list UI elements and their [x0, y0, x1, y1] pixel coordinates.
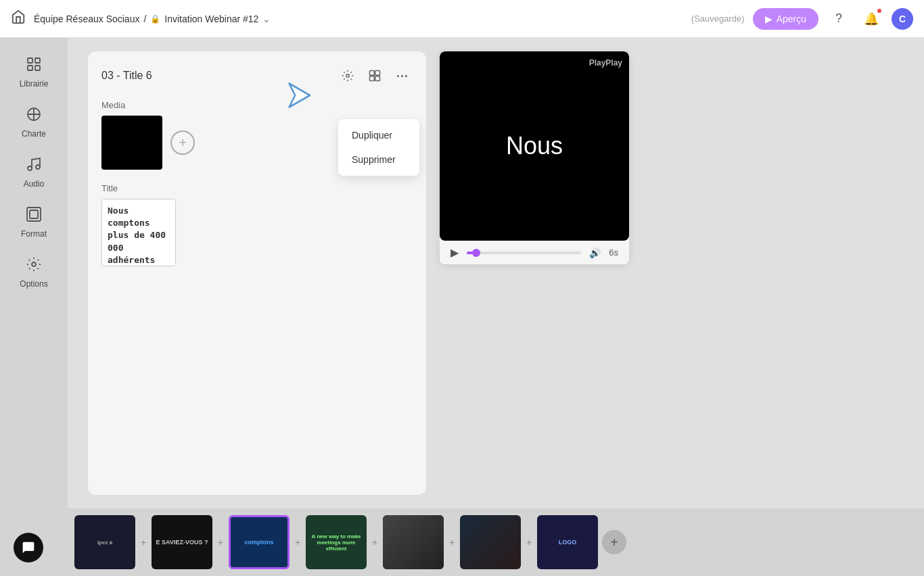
thumbnail-item-3: comptons	[229, 515, 290, 569]
scene-layout-button[interactable]	[364, 65, 386, 87]
sidebar-label-charte: Charte	[22, 129, 46, 139]
format-icon	[26, 206, 42, 226]
sidebar-label-librairie: Librairie	[20, 79, 49, 89]
svg-rect-0	[28, 58, 32, 63]
thumbnail-2[interactable]: E SAVIEZ-VOUS ?	[152, 515, 212, 569]
sidebar-item-charte[interactable]: Charte	[7, 99, 61, 146]
thumbnail-5-content	[383, 515, 444, 569]
options-icon	[26, 256, 42, 277]
audio-icon	[26, 156, 42, 176]
thumbnail-3-content: comptons	[231, 517, 287, 567]
scene-panel: 03 - Title 6	[88, 51, 426, 495]
scene-more-button[interactable]: ⋯	[391, 65, 413, 87]
thumbnail-6-content	[460, 515, 521, 569]
dropdown-duplicate[interactable]: Dupliquer	[338, 123, 419, 147]
chat-bubble-button[interactable]	[14, 533, 43, 562]
topbar-right: (Sauvegarde) ▶ Aperçu ? 🔔 C	[691, 7, 913, 31]
scene-settings-button[interactable]	[337, 65, 359, 87]
svg-rect-11	[370, 71, 375, 76]
sidebar-item-options[interactable]: Options	[7, 249, 61, 296]
breadcrumb-separator: /	[143, 14, 146, 24]
user-avatar[interactable]: C	[892, 8, 913, 30]
home-icon[interactable]	[11, 9, 26, 28]
thumbnail-7-content: LOGO	[537, 515, 598, 569]
scene-title: 03 - Title 6	[101, 70, 337, 82]
progress-bar[interactable]	[467, 251, 581, 254]
thumbnail-item-4: A new way to make meetings more efficien…	[306, 515, 367, 569]
dropdown-menu: Dupliquer Supprimer	[338, 119, 419, 176]
svg-rect-7	[27, 208, 41, 221]
thumbnail-2-content: E SAVIEZ-VOUS ?	[152, 515, 212, 569]
add-scene-button[interactable]: +	[602, 530, 626, 554]
volume-icon[interactable]: 🔊	[589, 247, 601, 258]
duration-label: 6s	[609, 247, 618, 258]
svg-rect-3	[35, 66, 40, 70]
breadcrumb-team: Équipe Réseaux Sociaux	[34, 14, 139, 24]
content-area: 03 - Title 6	[68, 38, 924, 576]
svg-point-9	[32, 262, 36, 266]
thumbnail-7[interactable]: LOGO	[537, 515, 598, 569]
thumbnail-6[interactable]	[460, 515, 521, 569]
scene-header-icons: ⋯	[337, 65, 413, 87]
lock-icon: 🔒	[150, 14, 160, 24]
apercu-label: Aperçu	[777, 14, 806, 24]
thumbnail-1[interactable]: ipez à	[74, 515, 135, 569]
add-scene-between-4-5[interactable]: +	[367, 534, 383, 550]
help-button[interactable]: ?	[827, 7, 851, 31]
svg-rect-1	[35, 58, 40, 63]
thumbnail-item-2: E SAVIEZ-VOUS ?	[152, 515, 212, 569]
media-thumbnail[interactable]	[101, 116, 162, 170]
thumbnail-4[interactable]: A new way to make meetings more efficien…	[306, 515, 367, 569]
preview-panel: PlayPlay Nous ▶ 🔊 6s	[440, 51, 904, 495]
add-scene-between-3-4[interactable]: +	[290, 534, 306, 550]
add-scene-between-2-3[interactable]: +	[212, 534, 229, 550]
progress-fill	[467, 251, 476, 254]
apercu-button[interactable]: ▶ Aperçu	[753, 8, 818, 30]
svg-rect-2	[28, 66, 32, 70]
notifications-button[interactable]: 🔔	[859, 7, 883, 31]
add-scene-between-6-7[interactable]: +	[521, 534, 537, 550]
sidebar-label-format: Format	[21, 229, 47, 239]
thumbnail-item-7: LOGO	[537, 515, 598, 569]
video-controls: ▶ 🔊 6s	[440, 241, 629, 264]
thumbnail-1-content: ipez à	[74, 515, 135, 569]
sidebar-item-format[interactable]: Format	[7, 199, 61, 246]
play-triangle-icon: ▶	[765, 14, 772, 24]
breadcrumb-project: Invitation Webinar #12	[164, 14, 258, 24]
topbar: Équipe Réseaux Sociaux / 🔒 Invitation We…	[0, 0, 924, 38]
saving-status: (Sauvegarde)	[691, 14, 745, 24]
charte-icon	[26, 106, 42, 126]
breadcrumb: Équipe Réseaux Sociaux / 🔒 Invitation We…	[34, 14, 683, 24]
svg-rect-8	[30, 210, 38, 218]
thumbnail-item-5	[383, 515, 444, 569]
thumbnail-5[interactable]	[383, 515, 444, 569]
sidebar-item-librairie[interactable]: Librairie	[7, 49, 61, 96]
sidebar-label-audio: Audio	[24, 179, 45, 189]
add-media-button[interactable]: +	[170, 130, 195, 155]
play-button[interactable]: ▶	[451, 246, 459, 259]
video-preview: PlayPlay Nous	[440, 51, 629, 241]
editor-area: 03 - Title 6	[68, 38, 924, 508]
add-scene-between-1-2[interactable]: +	[135, 534, 152, 550]
sidebar: Librairie Charte Audio	[0, 38, 68, 576]
thumbnail-strip: ipez à + E SAVIEZ-VOUS ? + comptons +	[68, 508, 924, 576]
sidebar-item-audio[interactable]: Audio	[7, 149, 61, 196]
main-layout: Librairie Charte Audio	[0, 38, 924, 576]
dropdown-delete[interactable]: Supprimer	[338, 147, 419, 172]
svg-point-10	[346, 74, 350, 78]
sidebar-label-options: Options	[20, 279, 47, 289]
playplay-watermark: PlayPlay	[589, 58, 622, 68]
svg-rect-14	[375, 76, 380, 81]
scene-header: 03 - Title 6	[101, 65, 413, 87]
thumbnail-item-6	[460, 515, 521, 569]
video-main-text: Nous	[506, 132, 563, 160]
library-icon	[26, 56, 42, 76]
thumbnail-4-content: A new way to make meetings more efficien…	[306, 515, 367, 569]
svg-point-6	[36, 165, 40, 169]
thumbnail-item-1: ipez à	[74, 515, 135, 569]
title-input[interactable]: Nous comptons plus de 400 000 adhérents …	[101, 199, 176, 266]
notification-badge	[877, 8, 882, 14]
add-scene-between-5-6[interactable]: +	[444, 534, 460, 550]
thumbnail-3[interactable]: comptons	[229, 515, 290, 569]
chevron-down-icon[interactable]: ⌄	[262, 14, 271, 24]
